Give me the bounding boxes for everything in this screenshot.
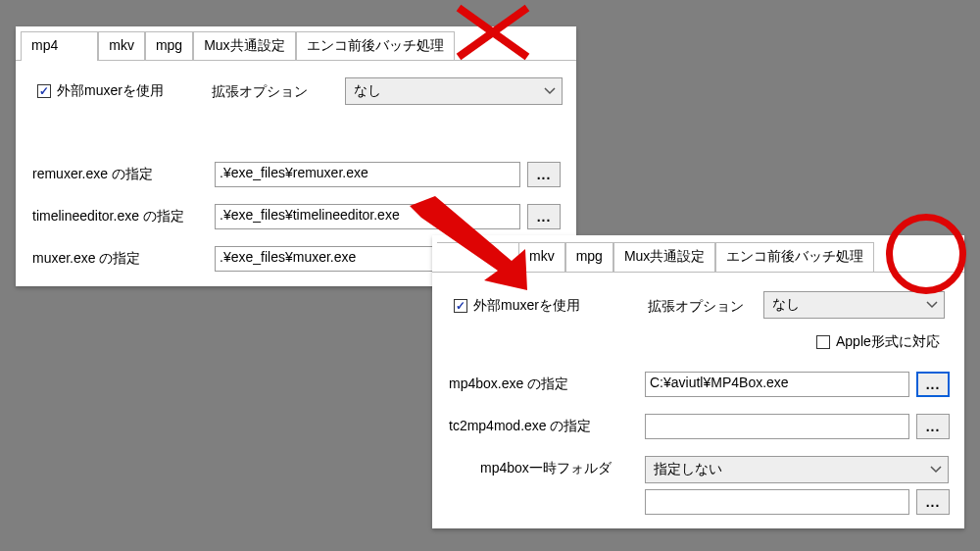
- timelineeditor-browse[interactable]: ...: [527, 204, 561, 229]
- ext-opt-select-b[interactable]: なし: [763, 291, 945, 319]
- tab-b-mkv[interactable]: mkv: [518, 242, 565, 272]
- use-external-muxer-label: 外部muxerを使用: [473, 297, 580, 315]
- tab-b-hidden[interactable]: [437, 242, 518, 272]
- chevron-down-icon: [930, 466, 942, 474]
- tc2mp4mod-browse[interactable]: ...: [916, 414, 950, 439]
- chevron-down-icon: [926, 301, 938, 309]
- use-external-muxer-label: 外部muxerを使用: [57, 82, 164, 100]
- ext-opt-label-b: 拡張オプション: [648, 298, 744, 316]
- mp4box-tmpdir-select[interactable]: 指定しない: [645, 456, 949, 483]
- tc2mp4mod-label: tc2mp4mod.exe の指定: [449, 418, 592, 435]
- ext-opt-label-a: 拡張オプション: [212, 83, 308, 101]
- mp4box-browse[interactable]: ...: [916, 372, 950, 397]
- tab-a-batch[interactable]: エンコ前後バッチ処理: [296, 31, 455, 61]
- tab-b-mux-common[interactable]: Mux共通設定: [613, 242, 715, 272]
- panel-b-correct: mkv mpg Mux共通設定 エンコ前後バッチ処理 ✓ 外部muxerを使用 …: [432, 235, 964, 528]
- remuxer-input[interactable]: .¥exe_files¥remuxer.exe: [215, 162, 520, 187]
- mp4box-tmpdir-select-value: 指定しない: [654, 461, 722, 478]
- tab-a-mpg[interactable]: mpg: [145, 31, 193, 61]
- remuxer-label: remuxer.exe の指定: [32, 166, 153, 183]
- muxer-label: muxer.exe の指定: [32, 250, 140, 268]
- timelineeditor-label: timelineeditor.exe の指定: [32, 208, 184, 225]
- ext-opt-value-b: なし: [772, 296, 800, 314]
- mp4box-input[interactable]: C:¥aviutl¥MP4Box.exe: [645, 372, 909, 397]
- mp4box-tmpdir-browse[interactable]: ...: [916, 489, 950, 515]
- tab-underline-b: [432, 272, 964, 273]
- mp4box-tmpdir-input[interactable]: [645, 489, 909, 515]
- checkbox-icon: ✓: [454, 299, 467, 313]
- tc2mp4mod-input[interactable]: [645, 414, 909, 439]
- tab-a-mux-common[interactable]: Mux共通設定: [193, 31, 295, 61]
- use-external-muxer-b[interactable]: ✓ 外部muxerを使用: [454, 297, 580, 315]
- tab-underline-a: [16, 60, 576, 61]
- tab-b-mpg[interactable]: mpg: [565, 242, 613, 272]
- chevron-down-icon: [544, 87, 556, 95]
- tabbar-b: mkv mpg Mux共通設定 エンコ前後バッチ処理: [437, 242, 874, 272]
- use-external-muxer-a[interactable]: ✓ 外部muxerを使用: [37, 82, 164, 100]
- mp4box-label: mp4box.exe の指定: [449, 376, 568, 393]
- remuxer-browse[interactable]: ...: [527, 162, 561, 187]
- tab-a-mp4[interactable]: mp4: [21, 31, 98, 61]
- mp4box-tmpdir-label: mp4box一時フォルダ: [480, 460, 612, 477]
- tabbar-a: mp4 mkv mpg Mux共通設定 エンコ前後バッチ処理: [21, 31, 455, 61]
- checkbox-icon: ✓: [37, 84, 51, 98]
- tab-a-mkv[interactable]: mkv: [98, 31, 145, 61]
- ext-opt-select-a[interactable]: なし: [345, 77, 563, 105]
- timelineeditor-input[interactable]: .¥exe_files¥timelineeditor.exe: [215, 204, 520, 229]
- ext-opt-value-a: なし: [354, 82, 381, 100]
- checkbox-icon: [816, 335, 830, 349]
- apple-format-label: Apple形式に対応: [836, 333, 940, 351]
- tab-b-batch[interactable]: エンコ前後バッチ処理: [715, 242, 874, 272]
- apple-format-checkbox[interactable]: Apple形式に対応: [816, 333, 940, 351]
